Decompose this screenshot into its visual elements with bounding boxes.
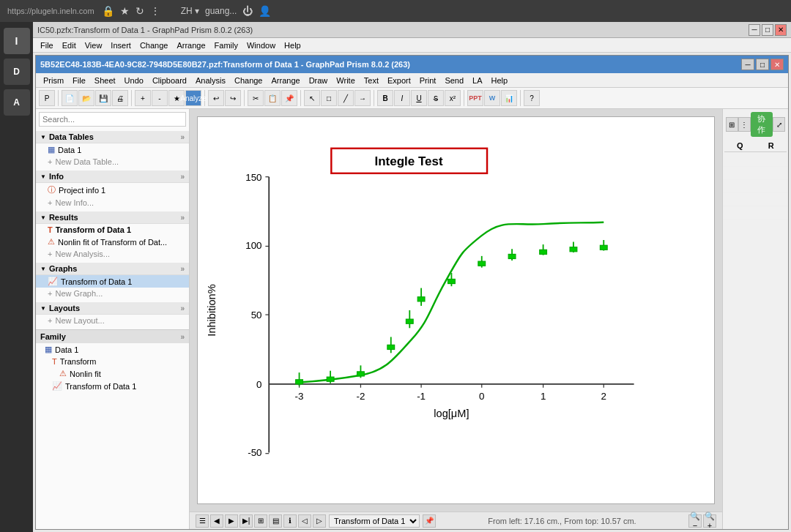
app-icon-3[interactable]: A xyxy=(4,89,30,116)
rp-collaborate-btn[interactable]: 协作 xyxy=(751,112,773,137)
status-list-btn[interactable]: ☰ xyxy=(196,514,209,528)
browser-icon-1[interactable]: 🔒 xyxy=(102,5,114,17)
tb-save[interactable]: 💾 xyxy=(95,90,111,106)
layouts-header[interactable]: ▼ Layouts » xyxy=(36,302,189,315)
menu-edit[interactable]: Edit xyxy=(58,41,81,50)
imenu-export[interactable]: Export xyxy=(383,76,415,85)
info-header[interactable]: ▼ Info » xyxy=(36,171,189,183)
menu-arrange[interactable]: Arrange xyxy=(172,41,209,50)
imenu-undo[interactable]: Undo xyxy=(120,76,148,85)
status-info-btn[interactable]: ℹ xyxy=(283,514,297,528)
tb-sheet-add[interactable]: + xyxy=(135,90,151,106)
tb-new[interactable]: 📄 xyxy=(62,90,78,106)
imenu-prism[interactable]: Prism xyxy=(39,76,68,85)
status-left-btn[interactable]: ◁ xyxy=(298,514,311,528)
imenu-change[interactable]: Change xyxy=(230,76,267,85)
tb-prism[interactable]: P xyxy=(39,90,55,106)
imenu-write[interactable]: Write xyxy=(332,76,359,85)
inner-minimize-button[interactable]: ─ xyxy=(741,59,754,70)
nav-item-new-graph[interactable]: + New Graph... xyxy=(36,288,189,299)
maximize-button[interactable]: □ xyxy=(762,24,773,36)
tb-export[interactable]: 📊 xyxy=(501,90,517,106)
family-item-data1[interactable]: ▦ Data 1 xyxy=(36,343,189,356)
tb-ppt[interactable]: PPT xyxy=(467,90,483,106)
nav-item-new-layout[interactable]: + New Layout... xyxy=(36,315,189,326)
tb-bold[interactable]: B xyxy=(377,90,393,106)
menu-family[interactable]: Family xyxy=(210,41,242,50)
results-more[interactable]: » xyxy=(180,214,185,222)
results-header[interactable]: ▼ Results » xyxy=(36,211,189,224)
tb-print[interactable]: 🖨 xyxy=(112,90,128,106)
tb-select[interactable]: ↖ xyxy=(304,90,320,106)
imenu-sheet[interactable]: Sheet xyxy=(90,76,120,85)
graphs-more[interactable]: » xyxy=(180,265,185,273)
browser-icon-3[interactable]: ↻ xyxy=(135,5,144,17)
nav-item-new-data[interactable]: + New Data Table... xyxy=(36,156,189,168)
tb-paste[interactable]: 📌 xyxy=(281,90,297,106)
rp-expand-btn[interactable]: ⤢ xyxy=(773,117,785,132)
layouts-more[interactable]: » xyxy=(180,304,185,312)
imenu-draw[interactable]: Draw xyxy=(305,76,333,85)
menu-file[interactable]: File xyxy=(36,41,58,50)
rp-icon-1[interactable]: ⊞ xyxy=(726,117,738,132)
power-icon[interactable]: ⏻ xyxy=(242,5,253,17)
app-icon-2[interactable]: D xyxy=(4,59,30,85)
status-table-btn[interactable]: ▤ xyxy=(269,514,282,528)
app-icon-main[interactable]: I xyxy=(4,28,30,54)
menu-window[interactable]: Window xyxy=(242,41,280,50)
tb-underline[interactable]: U xyxy=(411,90,427,106)
user-menu[interactable]: guang... xyxy=(205,6,237,16)
nav-item-new-info[interactable]: + New Info... xyxy=(36,197,189,209)
nav-search-input[interactable] xyxy=(39,112,186,127)
tb-arrow[interactable]: → xyxy=(354,90,371,106)
minimize-button[interactable]: ─ xyxy=(749,24,760,36)
status-grid-btn[interactable]: ⊞ xyxy=(254,514,267,528)
tb-line[interactable]: ╱ xyxy=(338,90,354,106)
imenu-clipboard[interactable]: Clipboard xyxy=(148,76,191,85)
datatables-more[interactable]: » xyxy=(180,133,185,141)
tb-sheet-remove[interactable]: - xyxy=(152,90,168,106)
user-icon[interactable]: 👤 xyxy=(259,5,271,17)
imenu-analysis[interactable]: Analysis xyxy=(191,76,230,85)
imenu-file[interactable]: File xyxy=(68,76,90,85)
imenu-help[interactable]: Help xyxy=(487,76,513,85)
lang-selector[interactable]: ZH ▾ xyxy=(181,6,199,16)
tb-undo[interactable]: ↩ xyxy=(208,90,224,106)
close-outer-button[interactable]: ✕ xyxy=(775,24,787,36)
family-item-nonlin[interactable]: ⚠ Nonlin fit xyxy=(36,367,189,380)
nav-item-projectinfo[interactable]: ⓘ Project info 1 xyxy=(36,183,189,197)
tb-copy[interactable]: 📋 xyxy=(264,90,281,106)
rp-icon-2[interactable]: ⋮ xyxy=(738,117,751,132)
tb-strikethrough[interactable]: S̶ xyxy=(428,90,444,106)
family-item-graph-transform[interactable]: 📈 Transform of Data 1 xyxy=(36,380,189,392)
zoom-in-btn[interactable]: 🔍+ xyxy=(703,514,716,528)
imenu-print[interactable]: Print xyxy=(415,76,441,85)
browser-icon-4[interactable]: ⋮ xyxy=(150,5,160,17)
status-next-btn[interactable]: ▶| xyxy=(239,514,253,528)
tb-analyze[interactable]: Analyze xyxy=(185,90,201,106)
tb-redo[interactable]: ↪ xyxy=(225,90,241,106)
family-item-transform[interactable]: T Transform xyxy=(36,356,189,367)
nav-item-new-analysis[interactable]: + New Analysis... xyxy=(36,248,189,260)
status-graph-dropdown[interactable]: Transform of Data 1 xyxy=(329,514,420,528)
tb-italic[interactable]: I xyxy=(394,90,410,106)
status-prev-btn[interactable]: ◀ xyxy=(210,514,223,528)
menu-change[interactable]: Change xyxy=(135,41,173,50)
menu-insert[interactable]: Insert xyxy=(106,41,135,50)
nav-item-data1[interactable]: ▦ Data 1 xyxy=(36,143,189,156)
tb-word[interactable]: W xyxy=(484,90,500,106)
status-pin-btn[interactable]: 📌 xyxy=(423,514,436,528)
tb-help[interactable]: ? xyxy=(524,90,540,106)
browser-icon-2[interactable]: ★ xyxy=(120,5,130,17)
nav-item-transform[interactable]: T Transform of Data 1 xyxy=(36,224,189,236)
zoom-out-btn[interactable]: 🔍− xyxy=(688,514,702,528)
graphs-header[interactable]: ▼ Graphs » xyxy=(36,263,189,275)
inner-maximize-button[interactable]: □ xyxy=(756,59,769,70)
datatables-header[interactable]: ▼ Data Tables » xyxy=(36,131,189,143)
inner-close-button[interactable]: ✕ xyxy=(770,59,784,70)
tb-open[interactable]: 📂 xyxy=(78,90,94,106)
imenu-la[interactable]: LA xyxy=(468,76,486,85)
status-right-btn[interactable]: ▷ xyxy=(313,514,326,528)
tb-super[interactable]: x² xyxy=(445,90,461,106)
imenu-send[interactable]: Send xyxy=(440,76,468,85)
